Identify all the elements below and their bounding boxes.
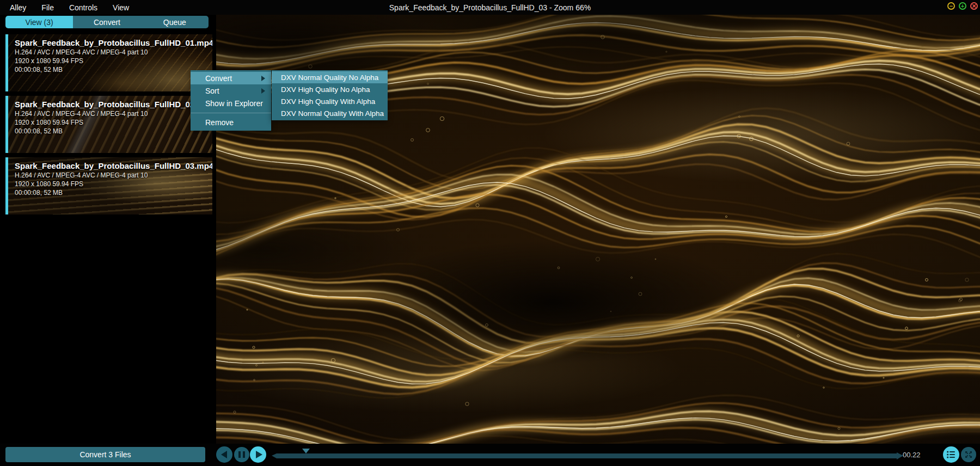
context-menu: Convert Sort Show in Explorer Remove [191, 70, 271, 131]
context-menu-item-label: Convert [205, 74, 232, 83]
context-menu-item-label: Show in Explorer [205, 99, 263, 108]
current-time: 00.22 [903, 451, 921, 459]
file-codec: H.264 / AVC / MPEG-4 AVC / MPEG-4 part 1… [15, 48, 207, 57]
context-menu-item-convert[interactable]: Convert [191, 72, 271, 84]
menubar: Alley File Controls View Spark_Feedback_… [0, 0, 980, 15]
context-menu-item-sort[interactable]: Sort [191, 84, 271, 97]
play-button[interactable] [250, 446, 266, 463]
menu-controls[interactable]: Controls [62, 0, 105, 15]
window-title: Spark_Feedback_by_Protobacillus_FullHD_0… [0, 0, 980, 15]
file-format: 1920 x 1080 59.94 FPS [15, 180, 207, 189]
tab-convert[interactable]: Convert [73, 16, 140, 28]
list-icon [947, 451, 955, 458]
submenu-item-dxv-normal-no-alpha[interactable]: DXV Normal Quality No Alpha [272, 71, 388, 83]
file-name: Spark_Feedback_by_Protobacillus_FullHD_0… [15, 100, 207, 109]
file-name: Spark_Feedback_by_Protobacillus_FullHD_0… [15, 161, 207, 170]
submenu-item-dxv-high-no-alpha[interactable]: DXV High Quality No Alpha [272, 83, 388, 95]
timeline-playhead[interactable] [302, 449, 310, 453]
play-icon [256, 451, 262, 458]
tab-view[interactable]: View (3) [5, 16, 73, 28]
pause-icon [238, 451, 241, 458]
footer-bar: Convert 3 Files 00.22 [0, 444, 980, 466]
maximize-icon[interactable]: + [959, 2, 966, 10]
file-details: 00:00:08, 52 MB [15, 127, 207, 136]
minimize-icon[interactable]: − [947, 2, 955, 10]
file-codec: H.264 / AVC / MPEG-4 AVC / MPEG-4 part 1… [15, 171, 207, 180]
window-controls: − + ✕ [947, 2, 978, 10]
playlist-toggle-button[interactable] [943, 446, 959, 463]
expand-icon [965, 451, 972, 458]
menu-view[interactable]: View [105, 0, 137, 15]
close-icon[interactable]: ✕ [970, 2, 978, 10]
file-list-item[interactable]: Spark_Feedback_by_Protobacillus_FullHD_0… [5, 96, 212, 153]
pause-button[interactable] [234, 447, 249, 462]
submenu-item-dxv-normal-with-alpha[interactable]: DXV Normal Quality With Alpha [272, 107, 388, 119]
tab-queue[interactable]: Queue [141, 16, 209, 28]
file-details: 00:00:08, 52 MB [15, 66, 207, 75]
context-menu-item-remove[interactable]: Remove [191, 116, 271, 128]
context-menu-item-label: Remove [205, 118, 234, 127]
file-name: Spark_Feedback_by_Protobacillus_FullHD_0… [15, 38, 207, 47]
tab-bar: View (3) Convert Queue [5, 16, 209, 28]
previous-frame-button[interactable] [216, 446, 232, 463]
submenu-item-dxv-high-with-alpha[interactable]: DXV High Quality With Alpha [272, 95, 388, 107]
file-codec: H.264 / AVC / MPEG-4 AVC / MPEG-4 part 1… [15, 110, 207, 119]
timeline-start-cap [272, 453, 277, 458]
menu-separator [191, 113, 271, 113]
file-list-item[interactable]: Spark_Feedback_by_Protobacillus_FullHD_0… [5, 157, 212, 214]
file-format: 1920 x 1080 59.94 FPS [15, 119, 207, 127]
fullscreen-toggle-button[interactable] [961, 447, 976, 462]
app-window: Alley File Controls View Spark_Feedback_… [0, 0, 980, 466]
submenu-arrow-icon [261, 88, 265, 94]
submenu-arrow-icon [261, 76, 265, 81]
file-list-item[interactable]: Spark_Feedback_by_Protobacillus_FullHD_0… [5, 34, 212, 91]
menu-alley[interactable]: Alley [0, 0, 34, 15]
convert-files-button[interactable]: Convert 3 Files [5, 447, 205, 462]
context-menu-item-show-in-explorer[interactable]: Show in Explorer [191, 97, 271, 109]
file-format: 1920 x 1080 59.94 FPS [15, 57, 207, 66]
context-menu-item-label: Sort [205, 87, 219, 95]
menu-file[interactable]: File [34, 0, 62, 15]
file-details: 00:00:08, 52 MB [15, 189, 207, 198]
back-icon [221, 451, 227, 458]
convert-submenu: DXV Normal Quality No Alpha DXV High Qua… [272, 70, 388, 120]
timeline-track[interactable] [277, 453, 897, 458]
